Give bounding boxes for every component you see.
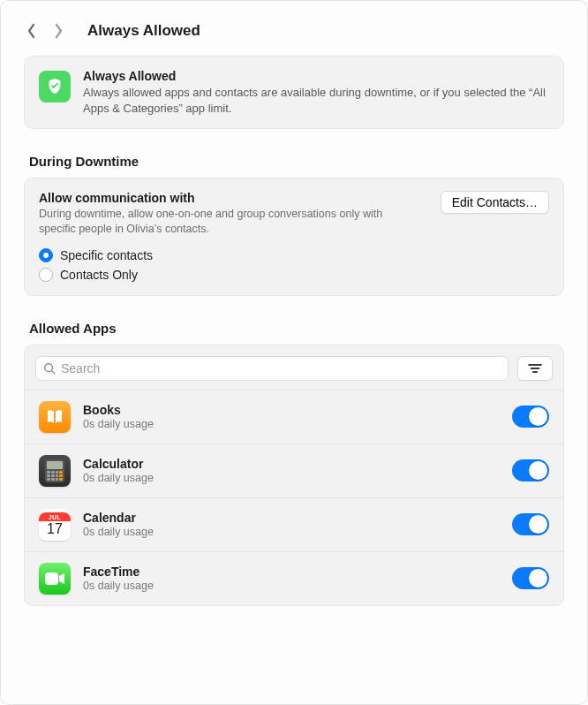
radio-contacts-only[interactable]: Contacts Only [39,265,549,284]
app-toggle-facetime[interactable] [512,567,549,589]
intro-title: Always Allowed [83,69,549,83]
search-input[interactable] [61,361,501,375]
app-name: Calendar [83,511,500,525]
radio-indicator [39,268,53,282]
search-bar [25,345,563,390]
intro-card: Always Allowed Always allowed apps and c… [24,56,564,129]
header-nav: Always Allowed [24,13,564,49]
calendar-month: JUL [39,512,71,521]
app-row-facetime: FaceTime 0s daily usage [25,551,563,605]
svg-rect-5 [45,572,58,585]
allowed-apps-card: Books 0s daily usage Calculator 0s daily… [24,345,564,606]
settings-pane: Always Allowed Always Allowed Always all… [0,0,588,705]
app-usage: 0s daily usage [83,526,500,538]
app-list: Books 0s daily usage Calculator 0s daily… [25,390,563,605]
app-name: FaceTime [83,565,500,579]
radio-specific-contacts[interactable]: Specific contacts [39,246,549,265]
page-title: Always Allowed [87,22,200,40]
radio-label: Contacts Only [60,268,138,282]
books-icon [39,401,71,433]
edit-contacts-button[interactable]: Edit Contacts… [441,191,549,214]
calendar-icon: JUL 17 [39,509,71,541]
app-row-calendar: JUL 17 Calendar 0s daily usage [25,497,563,551]
forward-button[interactable] [50,19,66,42]
intro-description: Always allowed apps and contacts are ava… [83,85,549,116]
filter-button[interactable] [517,356,553,381]
downtime-card: Allow communication with During downtime… [24,178,564,296]
calendar-day: 17 [47,521,63,537]
app-usage: 0s daily usage [83,418,500,430]
back-button[interactable] [24,19,40,42]
app-toggle-calendar[interactable] [512,513,549,535]
radio-label: Specific contacts [60,248,153,262]
radio-indicator [39,248,53,262]
filter-icon [528,363,542,374]
app-row-books: Books 0s daily usage [25,390,563,443]
communication-heading: Allow communication with [39,191,430,205]
svg-line-1 [52,370,56,374]
app-row-calculator: Calculator 0s daily usage [25,443,563,497]
always-allowed-icon [39,71,71,102]
app-toggle-books[interactable] [512,406,549,428]
app-usage: 0s daily usage [83,580,500,592]
section-title-apps: Allowed Apps [29,321,564,336]
communication-sub: During downtime, allow one-on-one and gr… [39,207,392,237]
search-field[interactable] [35,356,509,381]
communication-radio-group: Specific contacts Contacts Only [39,246,549,284]
app-usage: 0s daily usage [83,472,500,484]
calculator-icon [39,455,71,487]
facetime-icon [39,563,71,595]
intro-text: Always Allowed Always allowed apps and c… [83,69,549,116]
search-icon [43,362,56,375]
app-toggle-calculator[interactable] [512,459,549,481]
app-name: Books [83,403,500,417]
section-title-downtime: During Downtime [29,154,564,169]
app-name: Calculator [83,457,500,471]
